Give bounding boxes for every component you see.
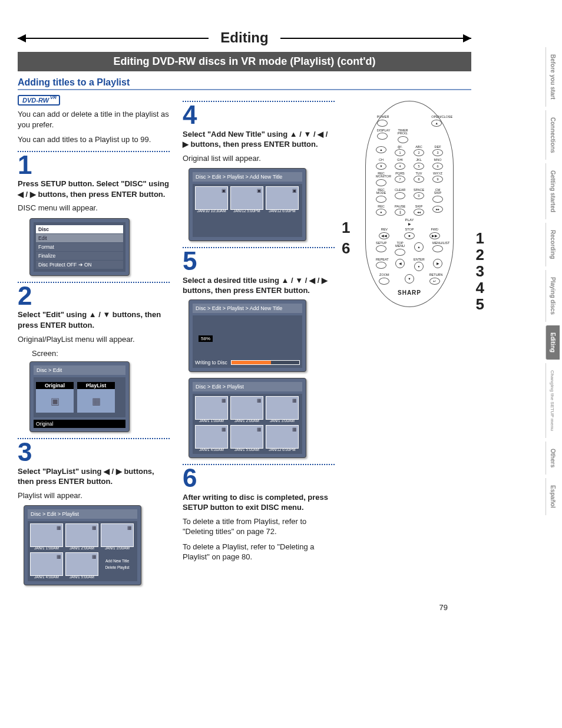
breadcrumb: Disc > Edit > Playlist > Add New Title [193,304,302,313]
tab-others[interactable]: Others [546,442,560,475]
callout-r3: 3 [476,262,484,281]
digit-7-button[interactable]: 7 [395,176,405,183]
step-4-note: Original list will appear. [183,153,335,164]
clear-button[interactable] [395,192,405,199]
digit-5-button[interactable]: 5 [414,163,424,170]
tab-changing-setup[interactable]: Changing the SETUP menu [546,363,558,438]
skip-fwd-button[interactable]: ▸▸ [432,206,443,213]
rec-button[interactable]: ● [376,209,386,216]
step-3-bold: Select "PlayList" using ◀ / ▶ buttons, t… [18,466,170,487]
writing-label: Writing to Disc [195,360,227,365]
step-1-note: DISC menu will appear. [18,203,170,213]
cm-skip-button[interactable] [432,196,443,203]
title-thumb: ▣ [266,186,299,210]
section-title: Adding titles to a Playlist [18,77,471,90]
pause-button[interactable]: ∥ [395,209,405,216]
up-button[interactable]: ▲ [414,242,424,252]
digit-8-button[interactable]: 8 [414,176,424,183]
step-4-screenshot: Disc > Edit > Playlist > Add New Title ▣… [189,168,306,241]
breadcrumb: Disc > Edit > Playlist > Add New Title [193,172,302,182]
playlist-thumb: ▦ [65,552,98,576]
step-2-bold: Select "Edit" using ▲ / ▼ buttons, then … [18,309,170,330]
step-4-number: 4 [183,103,335,127]
sub-banner: Editing DVD-RW discs in VR mode (Playlis… [18,52,471,71]
page-heading: Editing [209,29,280,46]
step-2-number: 2 [18,284,170,308]
digit-6-button[interactable]: 6 [432,163,443,170]
step-2-note: Original/PlayList menu will appear. [18,334,170,345]
playlist-options: Add New Title Delete Playlist [101,552,134,576]
column-right: 1 6 1 2 3 4 5 POWER OPEN/CLOSE▲ DISPLAY … [348,95,471,591]
display-button[interactable] [377,133,388,140]
playlist-thumb: ▦ [266,396,299,420]
open-close-button[interactable]: ▲ [431,120,442,127]
digit-0-button[interactable]: 0 [414,192,424,199]
disc-badge-text: DVD-RW [22,97,49,104]
progress-percent: 58% [199,335,213,342]
down-button[interactable]: ▼ [405,274,414,284]
banner: Editing [18,29,471,46]
rec-monitor-button[interactable] [376,179,386,186]
left-button[interactable]: ◀ [395,259,405,268]
rev-button[interactable]: ◀◀ [379,232,389,239]
right-button[interactable]: ▶ [433,259,442,268]
step-2-screenshot: Disc > Edit Original ▣ PlayList ▦ Origin… [29,361,130,432]
timer-prog-button[interactable] [398,136,408,143]
playlist-thumb: ▦ [30,552,63,576]
divider [183,101,335,102]
return-button[interactable]: ↩ [429,278,440,285]
digit-2-button[interactable]: 2 [414,149,424,156]
divider [18,438,170,439]
step-6-number: 6 [183,466,335,490]
ch-up-button[interactable]: ▲ [376,146,386,153]
step-3-number: 3 [18,440,170,464]
divider [18,282,170,283]
tab-before-you-start[interactable]: Before you start [546,47,560,107]
tab-recording[interactable]: Recording [546,223,560,266]
step-1-number: 1 [18,153,170,177]
tab-playing-discs[interactable]: Playing discs [546,270,560,322]
disc-badge: DVD-RWVR [18,95,60,106]
digit-3-button[interactable]: 3 [432,149,443,156]
step-5-bold: Select a desired title using ▲ / ▼ / ◀ /… [183,275,335,296]
tab-espanol[interactable]: Español [546,478,560,515]
stop-button[interactable]: ■ [404,232,415,239]
screenshot-footer: Original [34,420,125,428]
playlist-thumb: ▦ [65,523,98,547]
setup-button[interactable] [376,245,386,252]
tab-connections[interactable]: Connections [546,110,560,160]
digit-9-button[interactable]: 9 [432,176,443,183]
skip-back-button[interactable]: ◂◂ [414,209,424,216]
remote-brand: SHARP [372,289,447,296]
top-menu-button[interactable] [395,249,405,256]
step-6-para2: To delete a Playlist, refer to "Deleting… [183,542,335,562]
step-1-bold: Press SETUP button. Select "DISC" using … [18,179,170,199]
title-thumb: ▣ [230,186,263,210]
tab-editing[interactable]: Editing [546,325,560,360]
column-left: DVD-RWVR You can add or delete a title i… [18,95,170,591]
digit-1-button[interactable]: 1 [395,149,405,156]
callout-r2: 2 [476,246,484,264]
digit-4-button[interactable]: 4 [395,163,405,170]
ch-down-button[interactable]: ▼ [376,163,386,170]
zoom-button[interactable] [379,278,389,285]
intro-text-2: You can add titles to a Playlist up to 9… [18,134,170,145]
callout-r4: 4 [476,279,484,297]
callout-6: 6 [342,239,350,258]
fwd-button[interactable]: ▶▶ [429,232,440,239]
menu-list-button[interactable] [432,245,443,252]
playlist-thumb: ▦ [230,396,263,420]
step-5-screenshot-progress: Disc > Edit > Playlist > Add New Title 5… [189,299,306,372]
power-button[interactable] [377,120,388,127]
play-label: PLAY [405,218,414,222]
rec-mode-button[interactable] [376,196,386,203]
disc-menu-item: Format [36,243,123,251]
enter-button[interactable]: ● [414,262,424,271]
tab-getting-started[interactable]: Getting started [546,163,560,219]
repeat-button[interactable] [376,262,386,269]
intro-text-1: You can add or delete a title in the pla… [18,109,170,130]
step-6-para1: To delete a title from Playlist, refer t… [183,516,335,537]
title-thumb: ▣ [195,186,228,210]
disc-menu-item: Disc Protect OFF ➔ ON [36,261,123,269]
callout-1: 1 [342,219,350,237]
